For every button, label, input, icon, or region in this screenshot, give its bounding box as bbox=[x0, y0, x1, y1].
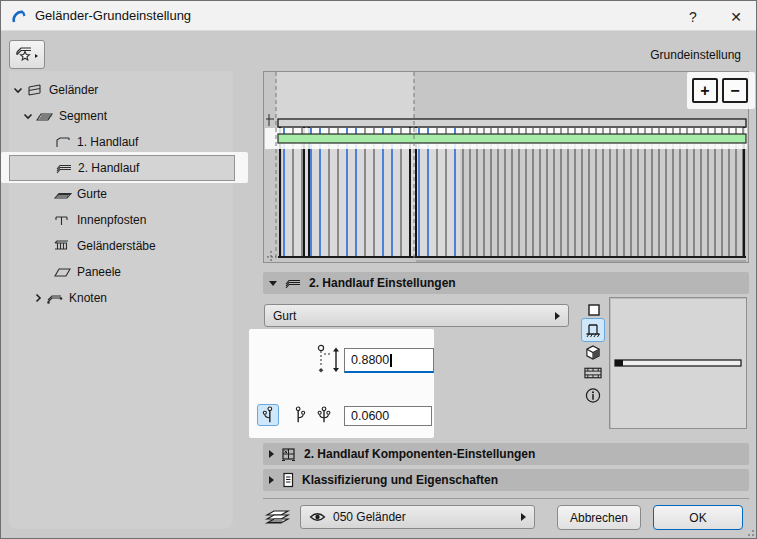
tree-item-gelaender[interactable]: Geländer bbox=[9, 77, 235, 103]
tree-item-label: Paneele bbox=[77, 265, 121, 279]
view-plan-button[interactable] bbox=[584, 300, 604, 320]
app-icon bbox=[11, 8, 27, 24]
layer-value: 050 Geländer bbox=[333, 510, 514, 524]
mode-label: Grundeinstellung bbox=[650, 48, 741, 62]
tree-item-gurte[interactable]: Gurte bbox=[9, 181, 235, 207]
triangle-right-icon bbox=[269, 476, 274, 484]
offset-value: 0.0600 bbox=[351, 409, 389, 423]
railing-icon bbox=[25, 83, 45, 97]
chevron-down-icon[interactable] bbox=[11, 86, 25, 95]
document-icon bbox=[281, 472, 295, 488]
section-title: 2. Handlauf Komponenten-Einstellungen bbox=[304, 447, 535, 461]
help-button[interactable]: ? bbox=[673, 1, 713, 31]
tree-item-1-handlauf[interactable]: 1. Handlauf bbox=[9, 129, 235, 155]
railing-star-icon bbox=[15, 45, 39, 65]
railing-default-settings-dialog: Geländer-Grundeinstellung ? ✕ Grundeinst… bbox=[0, 0, 757, 539]
balusters-icon bbox=[53, 239, 73, 253]
triangle-right-icon bbox=[521, 513, 526, 521]
height-value: 0.8800 bbox=[351, 353, 389, 367]
rail-type-dropdown[interactable]: Gurt bbox=[264, 304, 569, 327]
close-button[interactable]: ✕ bbox=[716, 1, 756, 31]
node-icon bbox=[45, 291, 65, 305]
offset-side-left-toggle[interactable] bbox=[257, 404, 279, 426]
favorites-button[interactable] bbox=[9, 40, 45, 69]
tree-item-label: Gurte bbox=[77, 187, 107, 201]
tree-item-label: Innenpfosten bbox=[77, 213, 146, 227]
tree-item-2-handlauf[interactable]: 2. Handlauf bbox=[9, 155, 235, 181]
highlight-overlay-inputs: 0.8800 0.0600 bbox=[249, 329, 434, 438]
footer-divider bbox=[263, 498, 749, 499]
section-header-classification[interactable]: Klassifizierung und Eigenschaften bbox=[263, 469, 749, 491]
zoom-in-button[interactable]: + bbox=[692, 78, 718, 103]
component-preview-pane[interactable] bbox=[609, 297, 747, 429]
rails-icon bbox=[53, 187, 73, 201]
tree-item-knoten[interactable]: Knoten bbox=[9, 285, 235, 311]
tree-item-segment[interactable]: Segment bbox=[9, 103, 235, 129]
tree-item-label: Segment bbox=[59, 109, 107, 123]
selected-rail-2-handlauf bbox=[278, 134, 746, 143]
view-elevation-button[interactable] bbox=[581, 318, 605, 342]
ok-button[interactable]: OK bbox=[653, 505, 743, 530]
tree-item-gelaenderstaebe[interactable]: Geländerstäbe bbox=[9, 233, 235, 259]
chevron-down-icon[interactable] bbox=[21, 112, 35, 121]
tree-item-label: Geländer bbox=[49, 83, 98, 97]
tree-item-label: 2. Handlauf bbox=[78, 161, 139, 175]
tree-item-paneele[interactable]: Paneele bbox=[9, 259, 235, 285]
view-3d-button[interactable] bbox=[583, 342, 603, 362]
offset-input[interactable]: 0.0600 bbox=[344, 406, 432, 426]
rail-icon bbox=[284, 277, 302, 289]
railing-preview-canvas[interactable] bbox=[263, 71, 749, 263]
inner-post-icon bbox=[53, 213, 73, 227]
zoom-out-button[interactable]: − bbox=[722, 78, 748, 103]
offset-side-both-toggle[interactable] bbox=[313, 404, 335, 426]
section-title: Klassifizierung und Eigenschaften bbox=[302, 473, 498, 487]
eye-icon bbox=[309, 511, 326, 523]
text-caret bbox=[390, 354, 392, 367]
triangle-right-icon bbox=[555, 312, 560, 320]
segment-icon bbox=[35, 109, 55, 123]
triangle-down-icon bbox=[269, 281, 277, 286]
view-animation-button[interactable] bbox=[582, 363, 604, 383]
height-input[interactable]: 0.8800 bbox=[344, 348, 434, 373]
height-dimension-icon bbox=[315, 343, 341, 377]
section-header-component-settings[interactable]: 2. Handlauf Komponenten-Einstellungen bbox=[263, 443, 749, 465]
layers-icon bbox=[263, 506, 295, 530]
offset-side-right-toggle[interactable] bbox=[289, 404, 311, 426]
tree-item-label: Geländerstäbe bbox=[77, 239, 156, 253]
tree-item-innenpfosten[interactable]: Innenpfosten bbox=[9, 207, 235, 233]
section-title: 2. Handlauf Einstellungen bbox=[309, 276, 456, 290]
chevron-right-icon[interactable] bbox=[31, 293, 45, 303]
panel-icon bbox=[53, 265, 73, 279]
triangle-right-icon bbox=[269, 450, 274, 458]
handrail-icon bbox=[53, 135, 73, 149]
components-icon bbox=[281, 446, 297, 462]
resize-grip[interactable] bbox=[745, 527, 755, 537]
dialog-title: Geländer-Grundeinstellung bbox=[35, 1, 191, 31]
cancel-button[interactable]: Abbrechen bbox=[557, 505, 641, 530]
section-header-handlauf-settings[interactable]: 2. Handlauf Einstellungen bbox=[263, 272, 749, 294]
tree-item-label: Knoten bbox=[69, 291, 107, 305]
info-button[interactable] bbox=[583, 385, 603, 405]
handrail-icon bbox=[54, 161, 74, 175]
tree-item-label: 1. Handlauf bbox=[77, 135, 138, 149]
title-bar[interactable]: Geländer-Grundeinstellung ? ✕ bbox=[1, 1, 756, 31]
layer-dropdown[interactable]: 050 Geländer bbox=[300, 505, 535, 529]
rail-type-value: Gurt bbox=[273, 309, 555, 323]
